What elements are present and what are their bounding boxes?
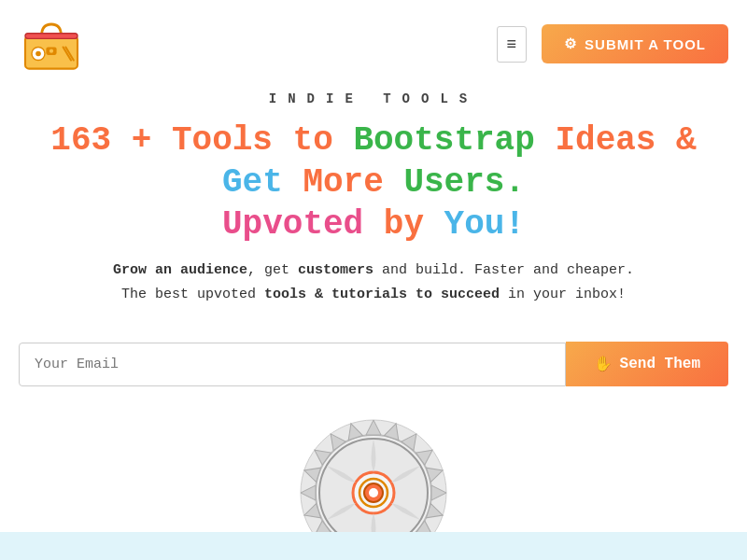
hero-title-part1: 163 + Tools to xyxy=(50,121,353,160)
svg-point-34 xyxy=(369,488,378,497)
hero-sub-bold2: customers xyxy=(298,262,374,278)
logo xyxy=(19,11,84,77)
hero-section: 163 + Tools to Bootstrap Ideas & Get Mor… xyxy=(0,119,747,315)
hero-sub-line1: Grow an audience, get customers and buil… xyxy=(28,259,719,283)
hamburger-button[interactable]: ≡ xyxy=(497,26,528,63)
logo-icon xyxy=(19,11,84,77)
hero-sub-bold3: tools & tutorials to succeed xyxy=(264,287,500,302)
navbar: ≡ ⚙ SUBMIT A TOOL xyxy=(0,0,747,88)
hero-title: 163 + Tools to Bootstrap Ideas & Get Mor… xyxy=(28,119,719,245)
hero-sub-bold1: Grow an audience xyxy=(113,262,247,278)
submit-icon: ⚙ xyxy=(564,35,577,52)
hero-subtitle: Grow an audience, get customers and buil… xyxy=(28,259,719,306)
site-name-label: INDIE TOOLS xyxy=(0,91,747,106)
send-icon: ✋ xyxy=(594,355,613,373)
svg-rect-7 xyxy=(25,34,78,39)
send-button[interactable]: ✋ Send Them xyxy=(566,342,728,386)
hero-sub-line2: The best upvoted tools & tutorials to su… xyxy=(28,283,719,307)
send-label: Send Them xyxy=(620,356,700,372)
submit-tool-button[interactable]: ⚙ SUBMIT A TOOL xyxy=(542,24,728,63)
email-row: ✋ Send Them xyxy=(19,342,728,386)
svg-point-4 xyxy=(35,51,41,57)
hero-title-line2: Upvoted xyxy=(222,205,384,244)
submit-label: SUBMIT A TOOL xyxy=(585,36,706,52)
email-input[interactable] xyxy=(19,343,566,386)
svg-point-2 xyxy=(49,49,53,53)
bottom-band xyxy=(0,532,747,560)
hamburger-icon: ≡ xyxy=(507,35,517,53)
